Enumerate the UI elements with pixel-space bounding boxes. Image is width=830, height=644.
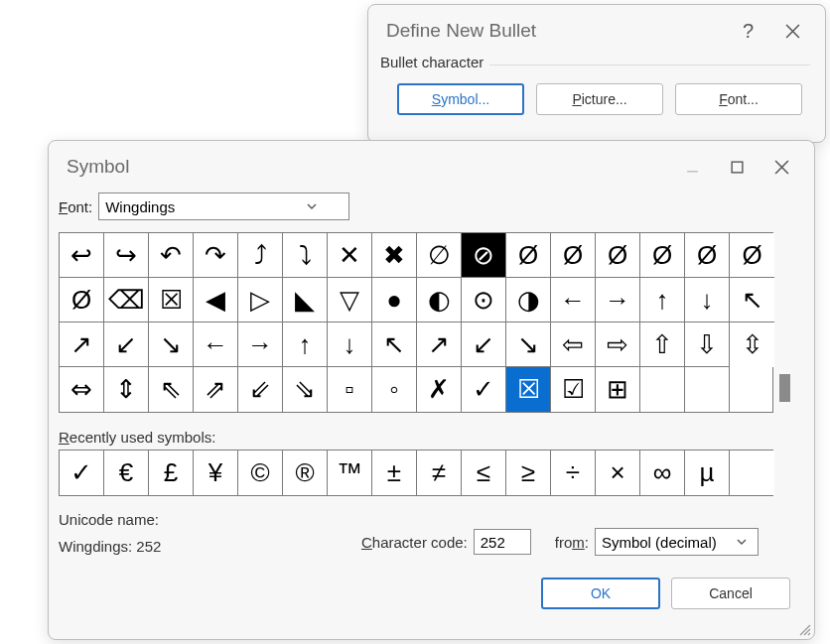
recent-symbol-cell[interactable]: ≤ xyxy=(462,451,506,495)
symbol-cell[interactable]: ⇩ xyxy=(685,322,730,367)
ok-button[interactable]: OK xyxy=(541,578,660,609)
symbol-minimize-button[interactable] xyxy=(670,147,715,187)
font-combo[interactable] xyxy=(98,193,349,220)
recent-symbol-cell[interactable]: ÷ xyxy=(551,451,596,495)
symbol-cell[interactable]: Ø xyxy=(730,233,774,278)
recent-symbol-cell[interactable]: ∞ xyxy=(640,451,685,495)
symbol-cell[interactable]: → xyxy=(596,278,640,322)
recent-symbol-cell[interactable]: ≥ xyxy=(506,451,551,495)
symbol-cell[interactable]: ⇔ xyxy=(60,367,104,412)
symbol-cell[interactable] xyxy=(685,367,730,412)
symbol-grid-scrollthumb[interactable] xyxy=(779,374,790,402)
symbol-cell[interactable]: ↙ xyxy=(104,322,149,367)
symbol-cell[interactable]: ← xyxy=(194,322,238,367)
symbol-cell[interactable]: ⊘ xyxy=(462,233,506,278)
symbol-cell[interactable]: ⌫ xyxy=(104,278,149,322)
symbol-cell[interactable]: ▫ xyxy=(328,367,372,412)
symbol-cell[interactable]: ⊙ xyxy=(462,278,506,322)
symbol-cell[interactable]: Ø xyxy=(551,233,596,278)
recent-symbol-cell[interactable]: µ xyxy=(685,451,730,495)
symbol-cell[interactable]: ◣ xyxy=(283,278,328,322)
symbol-close-button[interactable] xyxy=(760,147,804,187)
symbol-cell[interactable]: ◦ xyxy=(372,367,417,412)
recent-symbol-cell[interactable]: © xyxy=(238,451,283,495)
symbol-cell[interactable] xyxy=(640,367,685,412)
resize-grip-icon[interactable] xyxy=(797,622,811,636)
font-combo-input[interactable] xyxy=(99,193,300,219)
recent-symbol-cell[interactable]: ® xyxy=(283,451,328,495)
symbol-cell[interactable]: ↖ xyxy=(372,322,417,367)
symbol-cell[interactable]: Ø xyxy=(596,233,640,278)
from-combo[interactable] xyxy=(595,528,759,556)
symbol-cell[interactable]: ↩ xyxy=(60,233,104,278)
symbol-cell[interactable]: Ø xyxy=(60,278,104,322)
symbol-cell[interactable]: ↙ xyxy=(462,322,506,367)
symbol-cell[interactable]: ↶ xyxy=(149,233,194,278)
symbol-cell[interactable]: ⇳ xyxy=(730,322,774,367)
recent-symbol-cell[interactable]: € xyxy=(104,451,149,495)
symbol-cell[interactable]: Ø xyxy=(506,233,551,278)
character-code-input[interactable] xyxy=(474,529,531,555)
symbol-cell[interactable]: ↗ xyxy=(60,322,104,367)
symbol-cell[interactable]: ◐ xyxy=(417,278,462,322)
symbol-cell[interactable]: Ø xyxy=(640,233,685,278)
symbol-cell[interactable]: ↑ xyxy=(640,278,685,322)
symbol-cell[interactable]: ✓ xyxy=(462,367,506,412)
symbol-cell[interactable]: ∅ xyxy=(417,233,462,278)
symbol-cell[interactable]: → xyxy=(238,322,283,367)
symbol-cell[interactable]: ⊞ xyxy=(596,367,640,412)
symbol-cell[interactable]: ✗ xyxy=(417,367,462,412)
from-combo-input[interactable] xyxy=(596,529,730,555)
recent-symbol-cell[interactable]: ¥ xyxy=(194,451,238,495)
symbol-cell[interactable]: ↑ xyxy=(283,322,328,367)
symbol-cell[interactable]: ☑ xyxy=(551,367,596,412)
recent-symbol-cell[interactable]: × xyxy=(596,451,640,495)
symbol-cell[interactable]: ⇘ xyxy=(283,367,328,412)
symbol-cell[interactable]: ◀ xyxy=(194,278,238,322)
symbol-cell[interactable]: ↘ xyxy=(506,322,551,367)
recent-symbol-cell[interactable]: £ xyxy=(149,451,194,495)
symbol-grid[interactable]: ↩↪↶↷⤴⤵✕✖∅⊘ØØØØØØØ⌫☒◀▷◣▽●◐⊙◑←→↑↓↖↗↙↘←→↑↓↖… xyxy=(60,233,772,412)
symbol-cell[interactable]: ☒ xyxy=(149,278,194,322)
symbol-cell[interactable]: ↪ xyxy=(104,233,149,278)
chevron-down-icon[interactable] xyxy=(300,193,324,219)
symbol-cell[interactable]: ↗ xyxy=(417,322,462,367)
symbol-cell[interactable]: ↖ xyxy=(730,278,774,322)
symbol-cell[interactable]: ● xyxy=(372,278,417,322)
cancel-button[interactable]: Cancel xyxy=(671,578,790,609)
symbol-cell[interactable]: ▽ xyxy=(328,278,372,322)
picture-button[interactable]: Picture... xyxy=(536,83,663,115)
symbol-cell[interactable]: ⇦ xyxy=(551,322,596,367)
symbol-cell[interactable]: ◑ xyxy=(506,278,551,322)
symbol-cell[interactable]: ▷ xyxy=(238,278,283,322)
symbol-cell[interactable]: ⇖ xyxy=(149,367,194,412)
symbol-cell[interactable]: ✖ xyxy=(372,233,417,278)
symbol-cell[interactable]: Ø xyxy=(685,233,730,278)
symbol-cell[interactable]: ☒ xyxy=(506,367,551,412)
symbol-cell[interactable]: ⇨ xyxy=(596,322,640,367)
symbol-cell[interactable]: ↓ xyxy=(685,278,730,322)
symbol-cell[interactable]: ↘ xyxy=(149,322,194,367)
recent-symbol-cell[interactable]: ✓ xyxy=(60,451,104,495)
symbol-cell[interactable]: ⤴ xyxy=(238,233,283,278)
symbol-maximize-button[interactable] xyxy=(715,147,760,187)
symbol-cell[interactable]: ⤵ xyxy=(283,233,328,278)
symbol-button[interactable]: Symbol... xyxy=(397,83,524,115)
bullet-help-button[interactable]: ? xyxy=(726,11,770,51)
symbol-cell[interactable]: ⇗ xyxy=(194,367,238,412)
recent-symbol-cell[interactable]: ± xyxy=(372,451,417,495)
recent-symbols-grid[interactable]: ✓€£¥©®™±≠≤≥÷×∞µ xyxy=(59,450,773,496)
bullet-close-button[interactable] xyxy=(770,11,815,51)
symbol-cell[interactable]: ← xyxy=(551,278,596,322)
symbol-cell[interactable]: ↷ xyxy=(194,233,238,278)
symbol-cell[interactable]: ↓ xyxy=(328,322,372,367)
recent-symbol-cell[interactable] xyxy=(730,451,774,495)
symbol-cell[interactable]: ⇙ xyxy=(238,367,283,412)
chevron-down-icon[interactable] xyxy=(730,529,754,555)
recent-symbol-cell[interactable]: ≠ xyxy=(417,451,462,495)
symbol-cell[interactable]: ✕ xyxy=(328,233,372,278)
symbol-cell[interactable]: ⇕ xyxy=(104,367,149,412)
font-button[interactable]: Font... xyxy=(675,83,802,115)
symbol-cell[interactable]: ⇧ xyxy=(640,322,685,367)
recent-symbol-cell[interactable]: ™ xyxy=(328,451,372,495)
